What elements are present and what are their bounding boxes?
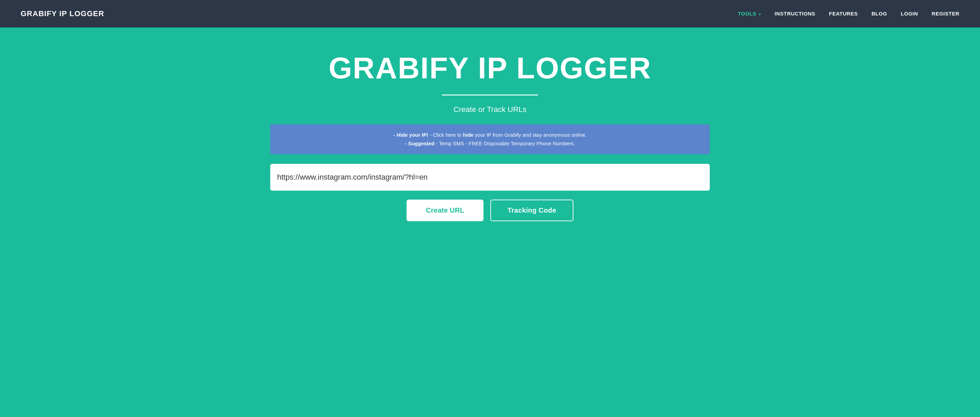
button-row: Create URL Tracking Code bbox=[407, 200, 573, 221]
info-line-2: - Suggested - Temp SMS - FREE Disposable… bbox=[280, 139, 700, 148]
navbar-nav: TOOLS ▾ INSTRUCTIONS FEATURES BLOG LOGIN… bbox=[738, 11, 959, 17]
url-input[interactable] bbox=[277, 165, 703, 189]
suggested-label: - Suggested bbox=[405, 140, 434, 146]
create-url-button[interactable]: Create URL bbox=[407, 200, 484, 221]
nav-item-instructions[interactable]: INSTRUCTIONS bbox=[775, 11, 816, 16]
chevron-down-icon: ▾ bbox=[759, 13, 761, 16]
tracking-code-button[interactable]: Tracking Code bbox=[490, 200, 573, 221]
hero-divider bbox=[442, 94, 538, 95]
hero-section: GRABIFY IP LOGGER Create or Track URLs -… bbox=[0, 27, 980, 417]
info-line-1: - Hide your IP! - Click here to hide you… bbox=[280, 131, 700, 140]
info-banner[interactable]: - Hide your IP! - Click here to hide you… bbox=[270, 124, 710, 154]
hide-bold: hide bbox=[463, 132, 474, 138]
navbar-brand[interactable]: GRABIFY IP LOGGER bbox=[21, 9, 104, 18]
nav-item-blog[interactable]: BLOG bbox=[872, 11, 887, 16]
nav-item-tools[interactable]: TOOLS ▾ bbox=[738, 11, 761, 16]
hero-subtitle: Create or Track URLs bbox=[453, 105, 527, 114]
nav-item-register[interactable]: REGISTER bbox=[932, 11, 959, 16]
url-input-wrapper bbox=[270, 164, 710, 191]
navbar: GRABIFY IP LOGGER TOOLS ▾ INSTRUCTIONS F… bbox=[0, 0, 980, 27]
nav-item-login[interactable]: LOGIN bbox=[901, 11, 918, 16]
nav-item-features[interactable]: FEATURES bbox=[829, 11, 858, 16]
hero-title: GRABIFY IP LOGGER bbox=[329, 51, 651, 85]
hide-ip-label: - Hide your IP! bbox=[393, 132, 428, 138]
